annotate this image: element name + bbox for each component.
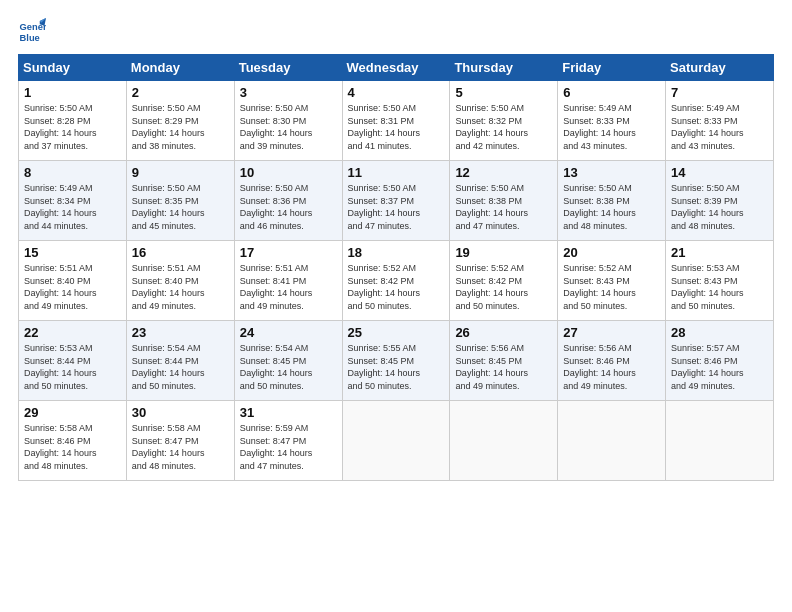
day-number: 11 (348, 165, 446, 180)
day-number: 26 (455, 325, 553, 340)
calendar-cell: 5Sunrise: 5:50 AM Sunset: 8:32 PM Daylig… (450, 81, 558, 161)
svg-text:Blue: Blue (20, 33, 40, 43)
day-info: Sunrise: 5:50 AM Sunset: 8:39 PM Dayligh… (671, 182, 769, 232)
week-row-1: 1Sunrise: 5:50 AM Sunset: 8:28 PM Daylig… (19, 81, 774, 161)
week-row-3: 15Sunrise: 5:51 AM Sunset: 8:40 PM Dayli… (19, 241, 774, 321)
calendar-cell: 12Sunrise: 5:50 AM Sunset: 8:38 PM Dayli… (450, 161, 558, 241)
day-number: 18 (348, 245, 446, 260)
day-info: Sunrise: 5:49 AM Sunset: 8:33 PM Dayligh… (563, 102, 661, 152)
day-info: Sunrise: 5:50 AM Sunset: 8:36 PM Dayligh… (240, 182, 338, 232)
day-number: 13 (563, 165, 661, 180)
page: General Blue SundayMondayTuesdayWednesda… (0, 0, 792, 612)
day-header-thursday: Thursday (450, 55, 558, 81)
logo: General Blue (18, 18, 50, 46)
day-number: 24 (240, 325, 338, 340)
day-header-wednesday: Wednesday (342, 55, 450, 81)
day-info: Sunrise: 5:53 AM Sunset: 8:44 PM Dayligh… (24, 342, 122, 392)
day-number: 22 (24, 325, 122, 340)
day-info: Sunrise: 5:50 AM Sunset: 8:28 PM Dayligh… (24, 102, 122, 152)
day-number: 31 (240, 405, 338, 420)
calendar-cell: 29Sunrise: 5:58 AM Sunset: 8:46 PM Dayli… (19, 401, 127, 481)
calendar-cell: 2Sunrise: 5:50 AM Sunset: 8:29 PM Daylig… (126, 81, 234, 161)
calendar-cell: 13Sunrise: 5:50 AM Sunset: 8:38 PM Dayli… (558, 161, 666, 241)
day-info: Sunrise: 5:50 AM Sunset: 8:32 PM Dayligh… (455, 102, 553, 152)
day-info: Sunrise: 5:55 AM Sunset: 8:45 PM Dayligh… (348, 342, 446, 392)
day-number: 14 (671, 165, 769, 180)
header: General Blue (18, 18, 774, 46)
calendar-cell: 16Sunrise: 5:51 AM Sunset: 8:40 PM Dayli… (126, 241, 234, 321)
day-info: Sunrise: 5:51 AM Sunset: 8:40 PM Dayligh… (132, 262, 230, 312)
day-info: Sunrise: 5:50 AM Sunset: 8:37 PM Dayligh… (348, 182, 446, 232)
calendar-cell: 9Sunrise: 5:50 AM Sunset: 8:35 PM Daylig… (126, 161, 234, 241)
day-header-sunday: Sunday (19, 55, 127, 81)
calendar-table: SundayMondayTuesdayWednesdayThursdayFrid… (18, 54, 774, 481)
day-number: 21 (671, 245, 769, 260)
calendar-cell: 24Sunrise: 5:54 AM Sunset: 8:45 PM Dayli… (234, 321, 342, 401)
calendar-cell: 21Sunrise: 5:53 AM Sunset: 8:43 PM Dayli… (666, 241, 774, 321)
day-number: 16 (132, 245, 230, 260)
generalblue-logo-icon: General Blue (18, 18, 46, 46)
calendar-cell: 10Sunrise: 5:50 AM Sunset: 8:36 PM Dayli… (234, 161, 342, 241)
calendar-cell: 23Sunrise: 5:54 AM Sunset: 8:44 PM Dayli… (126, 321, 234, 401)
day-number: 28 (671, 325, 769, 340)
day-header-tuesday: Tuesday (234, 55, 342, 81)
day-info: Sunrise: 5:52 AM Sunset: 8:43 PM Dayligh… (563, 262, 661, 312)
calendar-cell: 3Sunrise: 5:50 AM Sunset: 8:30 PM Daylig… (234, 81, 342, 161)
calendar-cell: 15Sunrise: 5:51 AM Sunset: 8:40 PM Dayli… (19, 241, 127, 321)
calendar-cell: 6Sunrise: 5:49 AM Sunset: 8:33 PM Daylig… (558, 81, 666, 161)
day-header-friday: Friday (558, 55, 666, 81)
calendar-cell: 28Sunrise: 5:57 AM Sunset: 8:46 PM Dayli… (666, 321, 774, 401)
day-header-monday: Monday (126, 55, 234, 81)
day-info: Sunrise: 5:50 AM Sunset: 8:31 PM Dayligh… (348, 102, 446, 152)
calendar-cell: 8Sunrise: 5:49 AM Sunset: 8:34 PM Daylig… (19, 161, 127, 241)
day-number: 6 (563, 85, 661, 100)
day-info: Sunrise: 5:50 AM Sunset: 8:38 PM Dayligh… (563, 182, 661, 232)
day-number: 25 (348, 325, 446, 340)
week-row-2: 8Sunrise: 5:49 AM Sunset: 8:34 PM Daylig… (19, 161, 774, 241)
day-info: Sunrise: 5:49 AM Sunset: 8:34 PM Dayligh… (24, 182, 122, 232)
calendar-cell: 4Sunrise: 5:50 AM Sunset: 8:31 PM Daylig… (342, 81, 450, 161)
calendar-cell: 18Sunrise: 5:52 AM Sunset: 8:42 PM Dayli… (342, 241, 450, 321)
calendar-cell: 20Sunrise: 5:52 AM Sunset: 8:43 PM Dayli… (558, 241, 666, 321)
day-number: 30 (132, 405, 230, 420)
calendar-header-row: SundayMondayTuesdayWednesdayThursdayFrid… (19, 55, 774, 81)
day-number: 5 (455, 85, 553, 100)
calendar-cell: 7Sunrise: 5:49 AM Sunset: 8:33 PM Daylig… (666, 81, 774, 161)
day-info: Sunrise: 5:58 AM Sunset: 8:46 PM Dayligh… (24, 422, 122, 472)
day-info: Sunrise: 5:53 AM Sunset: 8:43 PM Dayligh… (671, 262, 769, 312)
day-info: Sunrise: 5:50 AM Sunset: 8:29 PM Dayligh… (132, 102, 230, 152)
day-info: Sunrise: 5:56 AM Sunset: 8:46 PM Dayligh… (563, 342, 661, 392)
day-info: Sunrise: 5:57 AM Sunset: 8:46 PM Dayligh… (671, 342, 769, 392)
day-number: 9 (132, 165, 230, 180)
day-number: 10 (240, 165, 338, 180)
day-number: 8 (24, 165, 122, 180)
day-number: 27 (563, 325, 661, 340)
day-number: 19 (455, 245, 553, 260)
day-info: Sunrise: 5:54 AM Sunset: 8:45 PM Dayligh… (240, 342, 338, 392)
day-info: Sunrise: 5:50 AM Sunset: 8:30 PM Dayligh… (240, 102, 338, 152)
day-number: 20 (563, 245, 661, 260)
calendar-cell: 1Sunrise: 5:50 AM Sunset: 8:28 PM Daylig… (19, 81, 127, 161)
calendar-cell: 27Sunrise: 5:56 AM Sunset: 8:46 PM Dayli… (558, 321, 666, 401)
day-info: Sunrise: 5:50 AM Sunset: 8:38 PM Dayligh… (455, 182, 553, 232)
day-number: 29 (24, 405, 122, 420)
day-number: 7 (671, 85, 769, 100)
day-info: Sunrise: 5:51 AM Sunset: 8:41 PM Dayligh… (240, 262, 338, 312)
day-info: Sunrise: 5:58 AM Sunset: 8:47 PM Dayligh… (132, 422, 230, 472)
week-row-5: 29Sunrise: 5:58 AM Sunset: 8:46 PM Dayli… (19, 401, 774, 481)
calendar-cell: 22Sunrise: 5:53 AM Sunset: 8:44 PM Dayli… (19, 321, 127, 401)
calendar-cell: 26Sunrise: 5:56 AM Sunset: 8:45 PM Dayli… (450, 321, 558, 401)
day-info: Sunrise: 5:52 AM Sunset: 8:42 PM Dayligh… (455, 262, 553, 312)
calendar-cell: 17Sunrise: 5:51 AM Sunset: 8:41 PM Dayli… (234, 241, 342, 321)
calendar-cell: 14Sunrise: 5:50 AM Sunset: 8:39 PM Dayli… (666, 161, 774, 241)
calendar-cell: 11Sunrise: 5:50 AM Sunset: 8:37 PM Dayli… (342, 161, 450, 241)
day-info: Sunrise: 5:56 AM Sunset: 8:45 PM Dayligh… (455, 342, 553, 392)
calendar-cell (450, 401, 558, 481)
calendar-body: 1Sunrise: 5:50 AM Sunset: 8:28 PM Daylig… (19, 81, 774, 481)
calendar-cell (558, 401, 666, 481)
day-number: 3 (240, 85, 338, 100)
day-number: 1 (24, 85, 122, 100)
calendar-cell (666, 401, 774, 481)
calendar-cell (342, 401, 450, 481)
day-info: Sunrise: 5:54 AM Sunset: 8:44 PM Dayligh… (132, 342, 230, 392)
